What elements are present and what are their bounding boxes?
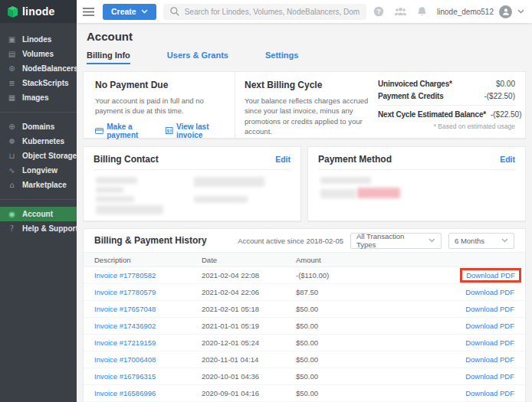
period-select[interactable]: 6 Months xyxy=(448,233,514,249)
chevron-down-icon xyxy=(141,9,148,14)
payment-method-card: Payment Method Edit xyxy=(307,146,526,221)
invoice-link[interactable]: Invoice #16796315 xyxy=(94,372,202,381)
sidebar-item-kubernetes[interactable]: ☸ Kubernetes xyxy=(0,134,77,149)
billing-contact-title: Billing Contact xyxy=(94,154,159,165)
download-pdf-link[interactable]: Download PDF xyxy=(465,389,514,397)
sidebar-item-volumes[interactable]: ▤ Volumes xyxy=(0,47,77,61)
edit-payment-method-link[interactable]: Edit xyxy=(500,155,515,164)
charges-divider xyxy=(378,105,515,106)
sidebar-item-linodes[interactable]: ▣ Linodes xyxy=(0,32,77,47)
period-value: 6 Months xyxy=(455,237,484,245)
object-storage-icon: ⊔ xyxy=(7,152,17,160)
estimated-balance-label: Next Cycle Estimated Balance* xyxy=(378,110,486,119)
sidebar-item-images[interactable]: ▦ Images xyxy=(0,90,77,105)
download-pdf-link[interactable]: Download PDF xyxy=(465,288,514,296)
make-payment-link[interactable]: Make a payment xyxy=(95,123,154,139)
invoice-table-row: Invoice #17657048 2021-02-01 05:18 $50.0… xyxy=(84,301,525,318)
invoice-link[interactable]: Invoice #17780582 xyxy=(94,271,202,279)
tab-billing-info[interactable]: Billing Info xyxy=(87,51,130,64)
download-pdf-cell: Download PDF xyxy=(465,338,514,347)
redacted-content xyxy=(96,205,163,214)
make-payment-label: Make a payment xyxy=(107,123,154,139)
redacted-contact-column xyxy=(96,177,163,217)
invoice-link[interactable]: Invoice #17780579 xyxy=(94,288,202,296)
next-billing-cycle-description: Your balance reflects charges accrued si… xyxy=(245,96,373,136)
sidebar-item-nodebalancers[interactable]: ⊛ NodeBalancers xyxy=(0,61,77,76)
kubernetes-icon: ☸ xyxy=(7,138,17,145)
sidebar-nav: ▣ Linodes ▤ Volumes ⊛ NodeBalancers ≣ St… xyxy=(0,23,77,236)
invoice-date: 2020-10-01 04:36 xyxy=(202,372,296,381)
view-last-invoice-label: View last invoice xyxy=(176,123,225,139)
bell-icon xyxy=(417,6,427,17)
image-icon: ▦ xyxy=(7,94,17,102)
invoice-link[interactable]: Invoice #17219159 xyxy=(94,338,202,347)
table-header: Description Date Amount xyxy=(84,252,525,267)
contact-payment-row: Billing Contact Edit xyxy=(83,146,526,221)
redacted-content xyxy=(96,177,137,184)
payment-status-description: Your account is paid in full and no paym… xyxy=(95,96,225,116)
redacted-content xyxy=(96,187,123,193)
invoice-amount: $50.00 xyxy=(296,389,381,397)
download-pdf-link[interactable]: Download PDF xyxy=(465,372,514,381)
invoice-link[interactable]: Invoice #16586996 xyxy=(94,389,202,397)
sidebar-item-object-storage[interactable]: ⊔ Object Storage xyxy=(0,149,77,163)
payment-credits-value: -($22.50) xyxy=(484,92,515,100)
sidebar-item-domains[interactable]: ⊕ Domains xyxy=(0,119,77,134)
help-circle-icon: ? xyxy=(7,225,17,233)
invoice-link[interactable]: Invoice #17657048 xyxy=(94,305,202,313)
invoice-link[interactable]: Invoice #17006408 xyxy=(94,355,202,364)
linode-logo[interactable]: linode xyxy=(0,0,77,23)
invoice-table-row: Invoice #17780582 2021-02-04 22:08 -($11… xyxy=(84,267,525,284)
billing-summary-card: No Payment Due Your account is paid in f… xyxy=(83,71,526,139)
sidebar-item-account[interactable]: ◉ Account xyxy=(0,207,77,221)
uninvoiced-charges-row: Uninvoiced Charges* $0.00 xyxy=(378,80,515,88)
view-last-invoice-link[interactable]: $ View last invoice xyxy=(166,123,225,139)
community-button[interactable] xyxy=(394,7,407,16)
download-pdf-link[interactable]: Download PDF xyxy=(465,338,514,347)
create-button[interactable]: Create xyxy=(103,4,156,20)
invoice-date: 2020-12-01 05:24 xyxy=(202,338,296,347)
invoice-date: 2021-01-01 05:19 xyxy=(202,322,296,330)
tab-settings[interactable]: Settings xyxy=(265,51,298,64)
edit-billing-contact-link[interactable]: Edit xyxy=(275,155,291,164)
invoice-table-row: Invoice #16586996 2020-09-01 04:16 $50.0… xyxy=(84,385,525,402)
estimated-balance-value: -($22.50) xyxy=(491,110,522,119)
invoice-table-row: Invoice #17219159 2020-12-01 05:24 $50.0… xyxy=(84,335,525,351)
invoice-icon: $ xyxy=(166,126,173,135)
download-pdf-cell: Download PDF xyxy=(465,288,514,296)
account-icon: ◉ xyxy=(7,211,17,218)
download-pdf-link[interactable]: Download PDF xyxy=(465,305,514,313)
download-pdf-link[interactable]: Download PDF xyxy=(465,322,514,330)
invoice-table-row: Invoice #17436902 2021-01-01 05:19 $50.0… xyxy=(84,318,525,335)
longview-icon: ∿ xyxy=(7,167,17,175)
hamburger-menu-icon[interactable] xyxy=(81,6,96,18)
username: linode_demo512 xyxy=(437,8,494,16)
notifications-button[interactable] xyxy=(417,6,427,17)
svg-text:?: ? xyxy=(376,8,381,15)
column-date: Date xyxy=(202,256,296,264)
estimated-balance-row: Next Cycle Estimated Balance* -($22.50) xyxy=(378,110,515,119)
brand-name: linode xyxy=(22,5,54,18)
download-pdf-link[interactable]: Download PDF xyxy=(465,355,514,364)
chevron-down-icon xyxy=(501,238,508,243)
invoice-link[interactable]: Invoice #17436902 xyxy=(94,322,202,330)
sidebar-item-stackscripts[interactable]: ≣ StackScripts xyxy=(0,76,77,90)
stackscript-icon: ≣ xyxy=(7,80,17,87)
invoice-table-body: Invoice #17780582 2021-02-04 22:08 -($11… xyxy=(84,267,525,402)
sidebar-item-longview[interactable]: ∿ Longview xyxy=(0,163,77,178)
billing-history-header: Billing & Payment History Account active… xyxy=(84,229,525,252)
search-input[interactable] xyxy=(185,8,360,16)
sidebar-item-help-support[interactable]: ? Help & Support xyxy=(0,221,77,236)
help-button[interactable]: ? xyxy=(373,6,384,17)
download-pdf-cell: Download PDF xyxy=(465,305,514,313)
chevron-down-icon xyxy=(429,238,435,243)
user-menu[interactable]: linode_demo512 xyxy=(437,5,524,18)
tab-users-grants[interactable]: Users & Grants xyxy=(167,51,228,64)
invoice-amount: $50.00 xyxy=(296,355,381,364)
sidebar-item-marketplace[interactable]: ⌂ Marketplace xyxy=(0,178,77,192)
transaction-types-select[interactable]: All Transaction Types xyxy=(350,233,442,249)
invoice-date: 2021-02-04 22:08 xyxy=(202,271,296,279)
redacted-content xyxy=(194,196,248,203)
download-pdf-link[interactable]: Download PDF xyxy=(466,271,515,279)
sidebar-divider xyxy=(0,112,77,113)
